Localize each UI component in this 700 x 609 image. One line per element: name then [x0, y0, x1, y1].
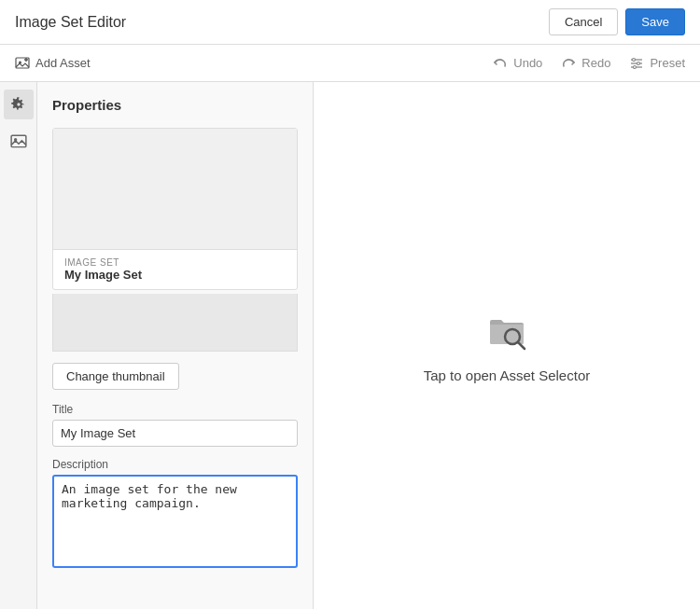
sidebar-icons	[0, 82, 37, 609]
header-actions: Cancel Save	[549, 8, 685, 35]
gear-icon	[10, 96, 27, 113]
save-button[interactable]: Save	[625, 8, 685, 35]
image-card-label: IMAGE SET	[64, 257, 286, 268]
title-label: Title	[52, 403, 298, 416]
undo-icon	[493, 56, 508, 71]
undo-button[interactable]: Undo	[493, 56, 542, 71]
redo-label: Redo	[581, 56, 610, 70]
panel-title: Properties	[52, 97, 298, 113]
redo-button[interactable]: Redo	[561, 56, 610, 71]
change-thumbnail-button[interactable]: Change thumbnail	[52, 363, 179, 390]
image-icon	[10, 133, 27, 150]
svg-point-8	[637, 62, 640, 64]
image-preview	[53, 129, 297, 250]
description-textarea[interactable]	[52, 475, 298, 568]
undo-label: Undo	[513, 56, 542, 70]
page-title: Image Set Editor	[15, 14, 126, 31]
add-asset-label: Add Asset	[35, 56, 91, 70]
toolbar-right: Undo Redo Preset	[493, 56, 685, 71]
toolbar: Add Asset Undo Redo	[0, 45, 700, 82]
content-area[interactable]: Tap to open Asset Selector	[314, 82, 700, 609]
header: Image Set Editor Cancel Save	[0, 0, 700, 45]
main-layout: Properties IMAGE SET My Image Set Change…	[0, 82, 700, 609]
sidebar-item-image[interactable]	[4, 127, 34, 157]
image-card: IMAGE SET My Image Set	[52, 128, 298, 290]
svg-point-7	[633, 58, 636, 61]
preset-label: Preset	[650, 56, 685, 70]
properties-panel: Properties IMAGE SET My Image Set Change…	[37, 82, 314, 609]
asset-selector-icon-container	[484, 309, 529, 356]
add-asset-icon	[15, 56, 30, 71]
cancel-button[interactable]: Cancel	[549, 8, 618, 35]
svg-point-9	[634, 65, 637, 68]
asset-selector-text: Tap to open Asset Selector	[424, 367, 590, 383]
sidebar-item-gear[interactable]	[4, 90, 34, 119]
title-input[interactable]	[52, 420, 298, 447]
svg-rect-10	[11, 135, 26, 146]
image-card-name: My Image Set	[64, 268, 286, 282]
image-bottom-area	[52, 294, 298, 352]
image-card-info: IMAGE SET My Image Set	[53, 250, 297, 289]
redo-icon	[561, 56, 576, 71]
preset-button[interactable]: Preset	[629, 56, 685, 71]
asset-selector-icon	[484, 309, 529, 353]
preset-icon	[629, 56, 644, 71]
description-label: Description	[52, 458, 298, 471]
add-asset-button[interactable]: Add Asset	[15, 56, 91, 71]
